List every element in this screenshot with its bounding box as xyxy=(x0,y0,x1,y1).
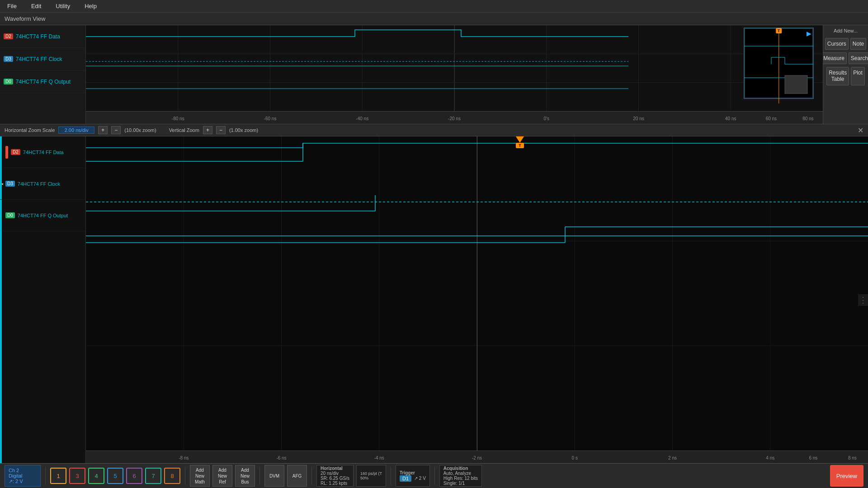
ch-btn-7[interactable]: 7 xyxy=(145,468,161,484)
sep-2 xyxy=(185,467,185,485)
ch-label-d2: D2 74HCT74 FF Data xyxy=(0,25,85,48)
measure-button[interactable]: Measure xyxy=(821,52,847,64)
overview-inset[interactable]: T ▶ xyxy=(744,28,814,99)
horizontal-panel[interactable]: Horizontal 20 ns/div SR: 6.25 GS/s RL: 1… xyxy=(316,465,354,487)
v-zoom-in-btn[interactable]: + xyxy=(203,126,212,134)
h-zoom-out-btn[interactable]: − xyxy=(111,126,121,134)
sep-1 xyxy=(45,467,46,485)
v-zoom-label: Vertical Zoom xyxy=(169,127,199,133)
detail-badge-d2: D2 xyxy=(11,149,20,155)
detail-ch-d3: ◂ D3 74HCT74 FF Clock xyxy=(0,168,85,200)
add-bus-btn[interactable]: Add New Bus xyxy=(235,465,255,487)
add-new-label: Add New... xyxy=(826,28,865,35)
horizontal-rl: RL: 1.25 kpts xyxy=(321,481,349,486)
detail-name-d2: 74HCT74 FF Data xyxy=(23,150,64,155)
search-button[interactable]: Search xyxy=(849,52,868,64)
detail-name-d0: 74HCT74 FF Q Output xyxy=(18,213,68,218)
ch-btn-3[interactable]: 3 xyxy=(69,468,85,484)
ch-info-type: Digital xyxy=(9,473,37,479)
trigger-arrow-top xyxy=(516,136,524,143)
acquisition-label: Acquisition xyxy=(443,466,478,471)
detail-d2-marker xyxy=(5,146,8,159)
zoom-bar-close[interactable]: ✕ xyxy=(858,126,863,135)
sep-5 xyxy=(391,467,391,485)
detail-time-p6: 6 ns xyxy=(809,455,817,460)
waveform-detail[interactable]: T D2 74HCT74 FF Data ◂ D3 74HCT74 FF Clo… xyxy=(0,136,868,463)
detail-channel-labels: D2 74HCT74 FF Data ◂ D3 74HCT74 FF Clock… xyxy=(0,136,86,463)
v-cursor-line xyxy=(477,136,477,450)
v-zoom-factor: (1.00x zoom) xyxy=(229,127,258,133)
menu-help[interactable]: Help xyxy=(81,2,100,10)
preview-button[interactable]: Preview xyxy=(830,465,863,487)
ch-btn-5[interactable]: 5 xyxy=(107,468,123,484)
acquisition-mode: Auto, Analyze xyxy=(443,471,478,476)
menu-edit[interactable]: Edit xyxy=(28,2,45,10)
acquisition-panel[interactable]: Acquisition Auto, Analyze High Res: 12 b… xyxy=(439,465,482,487)
h-zoom-factor: (10.00x zoom) xyxy=(124,127,156,133)
results-table-button[interactable]: Results Table xyxy=(826,67,849,85)
detail-time-p2: 2 ns xyxy=(668,455,677,460)
afg-btn[interactable]: AFG xyxy=(287,465,307,487)
ch-label-d3: ◂ D3 74HCT74 FF Clock xyxy=(0,48,85,70)
v-zoom-out-btn[interactable]: − xyxy=(216,126,226,134)
detail-time-0: 0 s xyxy=(572,455,578,460)
time-label-0: 0's xyxy=(544,116,549,121)
detail-d3-marker: ◂ xyxy=(1,181,3,186)
trigger-label: Trigger xyxy=(400,470,426,475)
ch-name-d2: 74HCT74 FF Data xyxy=(16,33,60,40)
time-label-m60: -60 ns xyxy=(264,116,277,121)
ch-badge-d3: D3 xyxy=(4,56,13,62)
trigger-t-label: T xyxy=(516,143,524,148)
overview-inset-inner: T xyxy=(744,28,813,99)
horizontal-detail-panel: 160 ps/pt (T 50% xyxy=(356,465,386,487)
ch-btn-8[interactable]: 8 xyxy=(164,468,180,484)
ch-btn-4[interactable]: 4 xyxy=(88,468,104,484)
add-ref-btn[interactable]: Add New Ref xyxy=(212,465,232,487)
acquisition-res: High Res: 12 bits xyxy=(443,476,478,481)
detail-canvas[interactable] xyxy=(86,136,868,450)
ch-badge-d0: D0 xyxy=(4,79,13,84)
horizontal-pct: 50% xyxy=(360,476,382,480)
time-label-m20: -20 ns xyxy=(448,116,461,121)
overview-waveform: D2 74HCT74 FF Data ◂ D3 74HCT74 FF Clock… xyxy=(0,25,823,124)
trigger-volt: ↗ 2 V xyxy=(414,476,426,481)
dvm-btn[interactable]: DVM xyxy=(264,465,284,487)
chevron-icon: ▶ xyxy=(807,30,811,37)
horizontal-label: Horizontal xyxy=(321,466,349,471)
view-indicator xyxy=(744,28,813,99)
trigger-panel[interactable]: Trigger D1 ↗ 2 V xyxy=(396,465,430,487)
detail-badge-d3: D3 xyxy=(5,181,15,187)
expand-handle[interactable]: ⋮ xyxy=(858,294,868,306)
menu-utility[interactable]: Utility xyxy=(52,2,74,10)
detail-time-p4: 4 ns xyxy=(766,455,774,460)
cursors-button[interactable]: Cursors xyxy=(825,38,849,50)
overview-canvas[interactable]: T ▶ xyxy=(86,25,823,111)
zoom-bar: Horizontal Zoom Scale + − (10.00x zoom) … xyxy=(0,124,868,136)
ch-btn-1[interactable]: 1 xyxy=(50,468,66,484)
add-math-btn[interactable]: Add New Math xyxy=(190,465,210,487)
sep-4 xyxy=(311,467,312,485)
plot-button[interactable]: Plot xyxy=(851,67,865,85)
time-label-p80: 80 ns xyxy=(802,116,813,121)
ch-btn-6[interactable]: 6 xyxy=(126,468,142,484)
right-panel: Add New... Cursors Note Measure Search R… xyxy=(823,25,868,124)
time-label-p20: 20 ns xyxy=(633,116,644,121)
h-zoom-label: Horizontal Zoom Scale xyxy=(5,127,55,133)
h-zoom-in-btn[interactable]: + xyxy=(98,126,108,134)
trigger-ch-badge: D1 xyxy=(400,475,411,482)
detail-ch-d2: D2 74HCT74 FF Data xyxy=(0,136,85,168)
ch-info-volt: ↗: 2 V xyxy=(9,479,37,484)
ch-badge-d2: D2 xyxy=(4,33,13,39)
title-bar: Waveform View xyxy=(0,13,868,25)
time-label-p40: 40 ns xyxy=(725,116,736,121)
h-zoom-value-input[interactable] xyxy=(58,127,94,134)
window-title: Waveform View xyxy=(5,15,45,22)
overview-time-axis: -80 ns -60 ns -40 ns -20 ns 0's 20 ns 40… xyxy=(86,111,823,124)
ch-info-ch: Ch 2 xyxy=(9,468,37,473)
ch-info-box[interactable]: Ch 2 Digital ↗: 2 V xyxy=(5,465,41,487)
menu-file[interactable]: File xyxy=(4,2,20,10)
detail-time-axis: -8 ns -6 ns -4 ns -2 ns 0 s 2 ns 4 ns 6 … xyxy=(86,450,868,463)
overview-grid xyxy=(86,25,823,111)
horizontal-ns-div: 20 ns/div xyxy=(321,471,349,476)
note-button[interactable]: Note xyxy=(850,38,866,50)
